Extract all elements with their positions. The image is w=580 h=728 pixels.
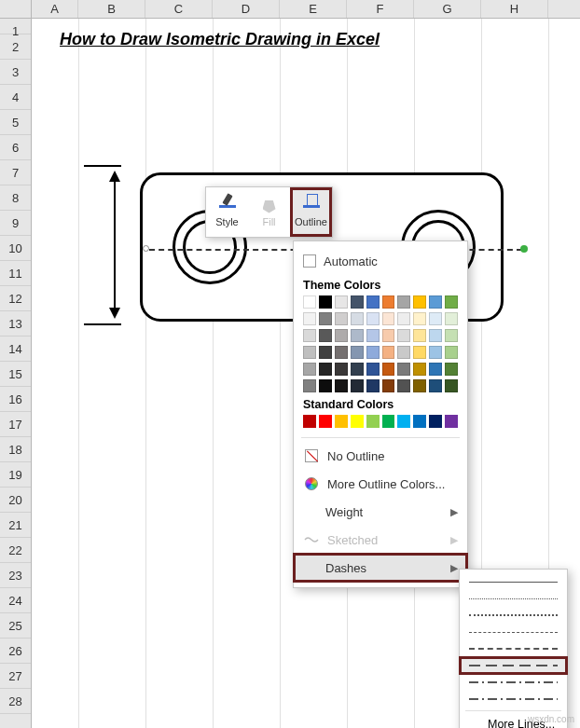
color-swatch[interactable] xyxy=(429,295,442,309)
row-header[interactable]: 17 xyxy=(0,412,31,437)
color-swatch[interactable] xyxy=(351,363,364,376)
color-swatch[interactable] xyxy=(366,415,380,428)
color-swatch[interactable] xyxy=(366,363,380,376)
row-header[interactable]: 22 xyxy=(0,538,31,563)
dash-option-dash-dot[interactable] xyxy=(460,640,567,657)
color-swatch[interactable] xyxy=(335,346,348,359)
line-handle-left[interactable] xyxy=(143,245,149,252)
color-swatch[interactable] xyxy=(366,312,380,325)
row-header[interactable]: 9 xyxy=(0,211,31,236)
row-header[interactable]: 24 xyxy=(0,588,31,613)
color-swatch[interactable] xyxy=(335,415,348,428)
color-swatch[interactable] xyxy=(319,379,332,392)
color-swatch[interactable] xyxy=(303,415,316,428)
color-swatch[interactable] xyxy=(382,379,395,392)
dash-option-long-dash[interactable] xyxy=(460,657,567,674)
col-header[interactable]: G xyxy=(414,0,481,18)
row-header[interactable]: 13 xyxy=(0,311,31,337)
color-swatch[interactable] xyxy=(319,312,332,325)
col-header[interactable]: B xyxy=(78,0,145,18)
menu-weight[interactable]: Weight ▶ xyxy=(294,498,467,526)
color-swatch[interactable] xyxy=(319,363,332,376)
color-swatch[interactable] xyxy=(351,379,364,392)
color-swatch[interactable] xyxy=(429,363,442,376)
color-swatch[interactable] xyxy=(397,346,410,359)
color-swatch[interactable] xyxy=(351,312,364,325)
color-swatch[interactable] xyxy=(429,379,442,392)
color-swatch[interactable] xyxy=(382,312,395,325)
color-swatch[interactable] xyxy=(335,363,348,376)
menu-sketched[interactable]: Sketched ▶ xyxy=(294,526,467,554)
col-header[interactable]: C xyxy=(145,0,213,18)
color-swatch[interactable] xyxy=(413,415,426,428)
color-swatch[interactable] xyxy=(351,415,364,428)
color-swatch[interactable] xyxy=(429,346,442,359)
color-swatch[interactable] xyxy=(335,329,348,342)
color-swatch[interactable] xyxy=(303,346,316,359)
color-swatch[interactable] xyxy=(382,295,395,309)
color-swatch[interactable] xyxy=(445,295,458,309)
color-swatch[interactable] xyxy=(382,346,395,359)
color-swatch[interactable] xyxy=(445,346,458,359)
select-all-corner[interactable] xyxy=(0,0,32,19)
col-header[interactable]: E xyxy=(280,0,347,18)
color-swatch[interactable] xyxy=(397,415,410,428)
menu-more-outline-colors[interactable]: More Outline Colors... xyxy=(294,470,467,498)
row-header[interactable]: 20 xyxy=(0,488,31,513)
row-header[interactable]: 3 xyxy=(0,60,31,85)
color-swatch[interactable] xyxy=(382,329,395,342)
row-header[interactable]: 16 xyxy=(0,387,31,412)
color-swatch[interactable] xyxy=(445,329,458,342)
color-swatch[interactable] xyxy=(303,295,316,309)
fill-button[interactable]: Fill xyxy=(248,187,290,237)
color-swatch[interactable] xyxy=(351,295,364,309)
menu-dashes[interactable]: Dashes ▶ xyxy=(294,554,467,582)
color-swatch[interactable] xyxy=(413,346,426,359)
row-header[interactable]: 11 xyxy=(0,261,31,286)
row-header[interactable]: 28 xyxy=(0,689,31,714)
color-swatch[interactable] xyxy=(366,379,380,392)
row-header[interactable]: 19 xyxy=(0,462,31,488)
row-header[interactable]: 6 xyxy=(0,135,31,160)
row-header[interactable]: 4 xyxy=(0,85,31,110)
color-swatch[interactable] xyxy=(303,312,316,325)
color-swatch[interactable] xyxy=(445,415,458,428)
color-swatch[interactable] xyxy=(366,295,380,309)
menu-no-outline[interactable]: No Outline xyxy=(294,442,467,470)
color-swatch[interactable] xyxy=(413,295,426,309)
row-header[interactable]: 7 xyxy=(0,160,31,185)
color-swatch[interactable] xyxy=(382,363,395,376)
row-header[interactable]: 10 xyxy=(0,236,31,261)
color-swatch[interactable] xyxy=(397,379,410,392)
row-header[interactable]: 2 xyxy=(0,34,31,60)
color-swatch[interactable] xyxy=(319,329,332,342)
color-swatch[interactable] xyxy=(413,379,426,392)
color-swatch[interactable] xyxy=(413,363,426,376)
color-swatch[interactable] xyxy=(429,312,442,325)
dash-option-long-dash-dot-dot[interactable] xyxy=(460,691,567,707)
color-swatch[interactable] xyxy=(445,379,458,392)
outline-button[interactable]: Outline xyxy=(290,187,332,237)
color-swatch[interactable] xyxy=(335,312,348,325)
row-header[interactable]: 26 xyxy=(0,639,31,664)
row-header[interactable]: 14 xyxy=(0,337,31,362)
color-swatch[interactable] xyxy=(397,312,410,325)
row-header[interactable]: 5 xyxy=(0,110,31,135)
color-swatch[interactable] xyxy=(413,312,426,325)
row-header[interactable]: 18 xyxy=(0,437,31,462)
color-swatch[interactable] xyxy=(382,415,395,428)
row-header[interactable]: 1 xyxy=(0,19,31,34)
col-header[interactable]: F xyxy=(347,0,414,18)
row-header[interactable]: 15 xyxy=(0,362,31,387)
style-button[interactable]: Style xyxy=(206,187,248,237)
dash-option-square-dot[interactable] xyxy=(460,607,567,624)
row-header[interactable]: 27 xyxy=(0,664,31,689)
color-swatch[interactable] xyxy=(397,329,410,342)
color-swatch[interactable] xyxy=(429,415,442,428)
color-swatch[interactable] xyxy=(397,363,410,376)
dash-option-long-dash-dot[interactable] xyxy=(460,674,567,691)
color-swatch[interactable] xyxy=(445,363,458,376)
color-swatch[interactable] xyxy=(319,415,332,428)
color-swatch[interactable] xyxy=(413,329,426,342)
col-header[interactable]: H xyxy=(481,0,548,18)
